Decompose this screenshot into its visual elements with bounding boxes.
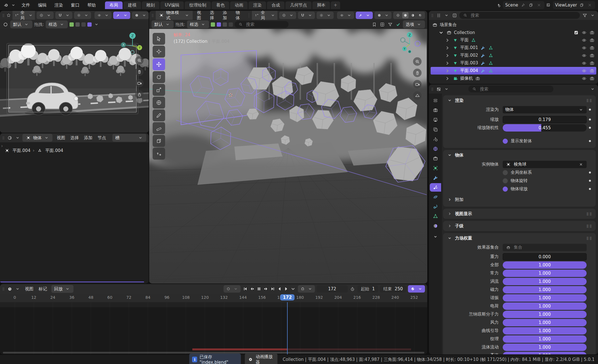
next-keyframe-button[interactable] — [263, 286, 269, 292]
hide-viewport-icon[interactable] — [581, 68, 587, 74]
drag-mode-dropdown[interactable]: 框选 — [187, 20, 209, 28]
tool-annotate[interactable] — [153, 109, 165, 121]
overlays-dropdown[interactable] — [374, 12, 391, 19]
playhead[interactable]: 172 — [287, 302, 288, 354]
weight-slider[interactable]: 1.000 — [503, 319, 587, 326]
checkbox-物体旋转[interactable] — [503, 178, 508, 183]
chevron-right-icon[interactable] — [444, 45, 450, 51]
grip-icon[interactable]: ⣿ — [2, 136, 5, 140]
chevron-down-icon[interactable] — [290, 286, 296, 292]
timeline-menu-0[interactable]: 视图 — [22, 285, 36, 293]
visibility-dropdown[interactable] — [337, 12, 354, 19]
hide-viewport-icon[interactable] — [581, 29, 587, 36]
workspace-tab-几何节点[interactable]: 几何节点 — [285, 1, 311, 9]
modifier-icon[interactable] — [480, 45, 486, 51]
outliner-search-input[interactable]: 搜索 — [459, 12, 580, 19]
chevron-right-icon[interactable] — [444, 60, 450, 66]
zoom-icon[interactable] — [413, 57, 422, 66]
report-message[interactable]: i 已保存 "index.blend" — [189, 354, 241, 364]
texture-chip[interactable] — [75, 22, 80, 27]
tool-rotate[interactable] — [153, 71, 165, 83]
item-label[interactable]: 平面.001 — [460, 45, 478, 50]
checkbox-全局坐标系[interactable] — [503, 170, 508, 175]
breadcrumb-data[interactable]: 平面.004 — [45, 148, 63, 153]
camera-view-icon[interactable] — [413, 80, 422, 88]
shading-material-icon[interactable] — [410, 12, 416, 18]
weight-slider[interactable]: 1.000 — [503, 302, 587, 310]
effector-collection-field[interactable]: 集合 — [503, 244, 587, 251]
pivot-dropdown[interactable] — [279, 12, 296, 19]
randomness-slider[interactable]: 0.455 — [503, 124, 587, 132]
chevron-down-icon[interactable] — [438, 29, 444, 36]
weight-slider[interactable]: 1.000 — [503, 311, 587, 318]
timeline-tracks[interactable]: › 172 — [0, 302, 427, 354]
weight-slider[interactable]: 1.000 — [503, 278, 587, 285]
grip-icon[interactable]: ⣿ — [431, 87, 434, 91]
grid-layout-icon[interactable] — [379, 21, 385, 27]
workspace-tab-着色[interactable]: 着色 — [212, 1, 229, 9]
tool-search-input[interactable]: 搜索 — [235, 21, 289, 28]
checkbox-物体缩放[interactable] — [503, 187, 508, 192]
tab-output[interactable] — [430, 116, 441, 124]
hide-viewport-icon[interactable] — [581, 45, 587, 51]
scene-selector[interactable]: Scene — [503, 1, 544, 9]
toggle-perspective-icon[interactable] — [413, 91, 422, 100]
modifier-icon[interactable] — [480, 60, 486, 66]
expand-arrow-icon[interactable]: › — [1, 143, 3, 149]
animate-dot[interactable] — [587, 118, 593, 120]
tab-collection[interactable] — [430, 154, 441, 163]
workspace-tab-脚本[interactable]: 脚本 — [312, 1, 330, 9]
bookmark-icon[interactable] — [371, 21, 377, 27]
disable-render-icon[interactable] — [589, 45, 595, 51]
main-axis-gizmo[interactable]: Z X Y — [398, 30, 423, 56]
weight-slider[interactable]: 1.000 — [503, 286, 587, 293]
color-chip-purple[interactable] — [217, 22, 221, 27]
brush-icon[interactable] — [2, 21, 9, 27]
chevron-right-icon[interactable] — [444, 68, 450, 74]
shader-menu-0[interactable]: 视图 — [54, 134, 68, 141]
pan-hand-icon[interactable] — [413, 69, 422, 77]
chevron-down-icon[interactable] — [443, 12, 450, 18]
disable-render-icon[interactable] — [589, 60, 595, 66]
mesh-data-icon[interactable] — [488, 45, 494, 51]
grip-icon[interactable]: ⣿ — [2, 287, 5, 291]
properties-search-input[interactable]: 搜索 — [468, 86, 553, 92]
slot-dropdown[interactable]: 槽 — [112, 134, 146, 142]
drag-mode-dropdown[interactable]: 框选 — [46, 20, 68, 28]
grip-icon[interactable]: ⣿ — [431, 14, 434, 17]
delete-scene-icon[interactable] — [536, 2, 542, 8]
camera-view-icon[interactable] — [135, 79, 144, 87]
scale-field[interactable]: 0.179 — [503, 116, 587, 123]
grip-icon[interactable]: ⣿ — [2, 14, 5, 17]
item-label[interactable]: 平面.004 — [460, 68, 478, 73]
tab-particles[interactable] — [430, 183, 441, 192]
autokey-group[interactable] — [224, 285, 241, 293]
prev-keyframe-button[interactable] — [249, 286, 255, 292]
chevron-down-icon[interactable] — [443, 86, 450, 92]
tool-preset-dropdown[interactable]: 默认 — [151, 20, 174, 28]
tool-tweak-select[interactable] — [153, 33, 165, 45]
pivot-dropdown[interactable] — [37, 12, 54, 19]
scene-icon[interactable] — [496, 2, 502, 8]
chevron-down-icon[interactable] — [14, 286, 21, 292]
snap-dropdown[interactable] — [55, 12, 72, 19]
chevron-down-icon[interactable] — [589, 86, 596, 92]
pan-hand-icon[interactable] — [135, 67, 144, 76]
hide-viewport-icon[interactable] — [581, 52, 587, 59]
tool-measure[interactable] — [153, 122, 165, 134]
animate-dot[interactable] — [587, 140, 593, 142]
exclude-checkbox-icon[interactable] — [573, 29, 579, 36]
tabs-overflow-chevron-icon[interactable] — [432, 234, 439, 240]
animate-dot[interactable] — [587, 127, 593, 129]
current-frame-field[interactable]: 172 — [317, 285, 348, 293]
chevron-down-icon[interactable] — [589, 12, 596, 18]
tool-extrude[interactable] — [153, 148, 165, 160]
tab-world[interactable] — [430, 145, 441, 153]
lock-view-icon[interactable] — [135, 90, 144, 99]
jump-to-start-button[interactable] — [242, 286, 249, 292]
tab-physics[interactable] — [430, 193, 441, 201]
chevron-down-icon[interactable] — [10, 2, 16, 8]
tool-scale[interactable] — [153, 84, 165, 96]
editor-type-icon[interactable] — [435, 86, 442, 92]
outliner-item-平面.003[interactable]: 平面.003 — [431, 59, 596, 67]
